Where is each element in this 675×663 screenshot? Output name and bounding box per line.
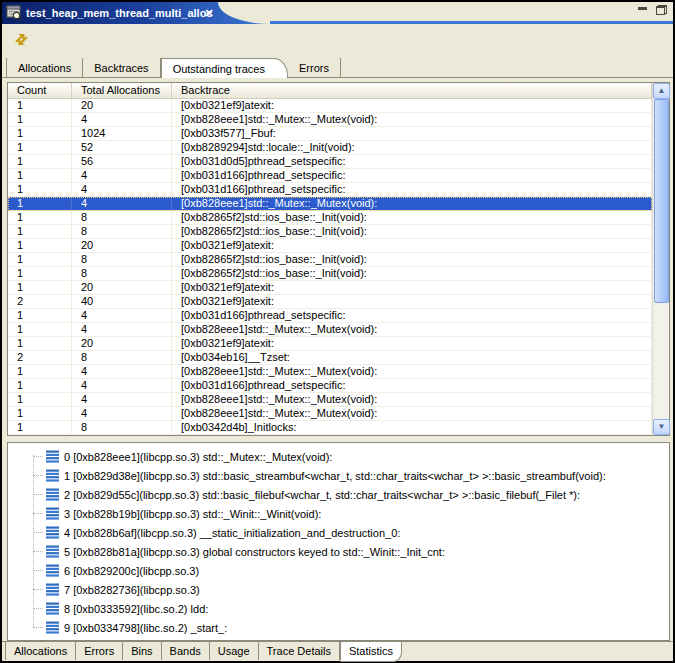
cell-count: 1: [8, 309, 72, 322]
cell-backtrace: [0xb828eee1]std::_Mutex::_Mutex(void):: [172, 113, 652, 126]
view-tab-bar: AllocationsBacktracesOutstanding tracesE…: [2, 55, 673, 78]
backtrace-item[interactable]: 5 [0xb828b81a](libcpp.so.3) global const…: [8, 542, 669, 561]
cell-total-allocations: 4: [72, 169, 172, 182]
backtrace-item-label: 0 [0xb828eee1](libcpp.so.3) std::_Mutex:…: [64, 451, 332, 463]
cell-count: 1: [8, 365, 72, 378]
cell-count: 1: [8, 239, 72, 252]
outstanding-traces-table: Count Total Allocations Backtrace 1 20 […: [7, 82, 670, 436]
cell-total-allocations: 1024: [72, 127, 172, 140]
table-row[interactable]: 1 20 [0xb0321ef9]atexit:: [8, 239, 652, 253]
view-toolbar: ⇄: [2, 24, 673, 55]
stack-frame-icon: [46, 583, 59, 596]
cell-total-allocations: 4: [72, 197, 172, 210]
cell-backtrace: [0xb828eee1]std::_Mutex::_Mutex(void):: [172, 393, 652, 406]
table-row[interactable]: 1 4 [0xb828eee1]std::_Mutex::_Mutex(void…: [8, 407, 652, 421]
table-row[interactable]: 1 8 [0xb82865f2]std::ios_base::_Init(voi…: [8, 225, 652, 239]
table-row[interactable]: 1 4 [0xb828eee1]std::_Mutex::_Mutex(void…: [8, 113, 652, 127]
cell-count: 1: [8, 141, 72, 154]
tab-bands[interactable]: Bands: [162, 642, 210, 660]
tab-usage[interactable]: Usage: [210, 642, 259, 660]
table-row[interactable]: 1 4 [0xb031d166]pthread_setspecific:: [8, 183, 652, 197]
tab-allocations[interactable]: Allocations: [5, 642, 76, 660]
scroll-down-button[interactable]: ▼: [653, 419, 670, 435]
table-row[interactable]: 1 52 [0xb8289294]std::locale::_Init(void…: [8, 141, 652, 155]
column-header-backtrace[interactable]: Backtrace: [172, 83, 652, 98]
tab-bins[interactable]: Bins: [123, 642, 161, 660]
table-row[interactable]: 2 40 [0xb0321ef9]atexit:: [8, 295, 652, 309]
backtrace-item[interactable]: 3 [0xb828b19b](libcpp.so.3) std::_Winit:…: [8, 504, 669, 523]
cell-count: 1: [8, 183, 72, 196]
backtrace-item[interactable]: 1 [0xb829d38e](libcpp.so.3) std::basic_s…: [8, 466, 669, 485]
tab-trace-details[interactable]: Trace Details: [259, 642, 340, 660]
cell-backtrace: [0xb0342d4b]_Initlocks:: [172, 421, 652, 434]
tree-connector-line: [33, 455, 34, 627]
cell-backtrace: [0xb82865f2]std::ios_base::_Init(void):: [172, 225, 652, 238]
cell-count: 1: [8, 267, 72, 280]
stack-frame-icon: [46, 450, 59, 463]
minimize-button[interactable]: [638, 5, 648, 14]
vertical-scrollbar[interactable]: ▲ ▼: [652, 83, 669, 435]
table-row[interactable]: 1 8 [0xb82865f2]std::ios_base::_Init(voi…: [8, 253, 652, 267]
backtrace-list: 0 [0xb828eee1](libcpp.so.3) std::_Mutex:…: [8, 443, 669, 637]
table-row[interactable]: 1 8 [0xb82865f2]std::ios_base::_Init(voi…: [8, 211, 652, 225]
table-row[interactable]: 1 20 [0xb0321ef9]atexit:: [8, 337, 652, 351]
cell-count: 1: [8, 323, 72, 336]
backtrace-item-label: 5 [0xb828b81a](libcpp.so.3) global const…: [64, 546, 445, 558]
table-row[interactable]: 1 4 [0xb828eee1]std::_Mutex::_Mutex(void…: [8, 197, 652, 211]
view-title: test_heap_mem_thread_multi_alloc: [26, 2, 212, 24]
cell-total-allocations: 4: [72, 393, 172, 406]
backtrace-item[interactable]: 7 [0xb8282736](libcpp.so.3): [8, 580, 669, 599]
cell-backtrace: [0xb828eee1]std::_Mutex::_Mutex(void):: [172, 197, 652, 210]
backtrace-item[interactable]: 6 [0xb829200c](libcpp.so.3): [8, 561, 669, 580]
backtrace-item[interactable]: 2 [0xb829d55c](libcpp.so.3) std::basic_f…: [8, 485, 669, 504]
scrollbar-thumb[interactable]: [654, 99, 669, 303]
backtrace-item[interactable]: 9 [0xb0334798](libc.so.2) _start_:: [8, 618, 669, 637]
table-row[interactable]: 1 4 [0xb031d166]pthread_setspecific:: [8, 379, 652, 393]
cell-backtrace: [0xb828eee1]std::_Mutex::_Mutex(void):: [172, 407, 652, 420]
table-header: Count Total Allocations Backtrace: [8, 83, 669, 99]
cell-count: 1: [8, 225, 72, 238]
table-row[interactable]: 1 4 [0xb828eee1]std::_Mutex::_Mutex(void…: [8, 323, 652, 337]
cell-count: 1: [8, 211, 72, 224]
cell-count: 1: [8, 337, 72, 350]
restore-button[interactable]: [656, 5, 667, 15]
table-row[interactable]: 1 4 [0xb031d166]pthread_setspecific:: [8, 169, 652, 183]
cell-backtrace: [0xb033f577]_Fbuf:: [172, 127, 652, 140]
backtrace-item[interactable]: 0 [0xb828eee1](libcpp.so.3) std::_Mutex:…: [8, 447, 669, 466]
table-row[interactable]: 1 4 [0xb828eee1]std::_Mutex::_Mutex(void…: [8, 393, 652, 407]
refresh-icon[interactable]: ⇄: [11, 29, 31, 49]
scroll-up-button[interactable]: ▲: [653, 83, 670, 99]
table-row[interactable]: 2 8 [0xb034eb16]__Tzset:: [8, 351, 652, 365]
tab-backtraces[interactable]: Backtraces: [83, 58, 160, 77]
tab-errors[interactable]: Errors: [76, 642, 123, 660]
cell-total-allocations: 8: [72, 211, 172, 224]
cell-total-allocations: 4: [72, 183, 172, 196]
column-header-count[interactable]: Count: [8, 83, 72, 98]
tool-window: test_heap_mem_thread_multi_alloc ✕ ⇄ All…: [0, 0, 675, 663]
cell-count: 2: [8, 351, 72, 364]
table-row[interactable]: 1 8 [0xb0342d4b]_Initlocks:: [8, 421, 652, 435]
stack-frame-icon: [46, 564, 59, 577]
cell-backtrace: [0xb828eee1]std::_Mutex::_Mutex(void):: [172, 323, 652, 336]
cell-count: 1: [8, 281, 72, 294]
backtrace-item[interactable]: 4 [0xb828b6af](libcpp.so.3) __static_ini…: [8, 523, 669, 542]
stack-frame-icon: [46, 621, 59, 634]
cell-total-allocations: 8: [72, 225, 172, 238]
cell-total-allocations: 8: [72, 421, 172, 434]
table-row[interactable]: 1 20 [0xb0321ef9]atexit:: [8, 281, 652, 295]
tab-statistics[interactable]: Statistics: [340, 642, 402, 662]
stack-frame-icon: [46, 602, 59, 615]
column-header-total-allocations[interactable]: Total Allocations: [72, 83, 172, 98]
table-row[interactable]: 1 1024 [0xb033f577]_Fbuf:: [8, 127, 652, 141]
backtrace-item[interactable]: 8 [0xb0333592](libc.so.2) ldd:: [8, 599, 669, 618]
table-row[interactable]: 1 4 [0xb031d166]pthread_setspecific:: [8, 309, 652, 323]
tab-errors[interactable]: Errors: [288, 58, 341, 77]
table-row[interactable]: 1 56 [0xb031d0d5]pthread_setspecific:: [8, 155, 652, 169]
tab-allocations[interactable]: Allocations: [6, 58, 83, 77]
table-row[interactable]: 1 20 [0xb0321ef9]atexit:: [8, 99, 652, 113]
table-row[interactable]: 1 4 [0xb828eee1]std::_Mutex::_Mutex(void…: [8, 365, 652, 379]
tab-outstanding-traces[interactable]: Outstanding traces: [161, 58, 288, 78]
close-view-icon[interactable]: ✕: [201, 2, 217, 24]
table-row[interactable]: 1 8 [0xb82865f2]std::ios_base::_Init(voi…: [8, 267, 652, 281]
stack-frame-icon: [46, 545, 59, 558]
